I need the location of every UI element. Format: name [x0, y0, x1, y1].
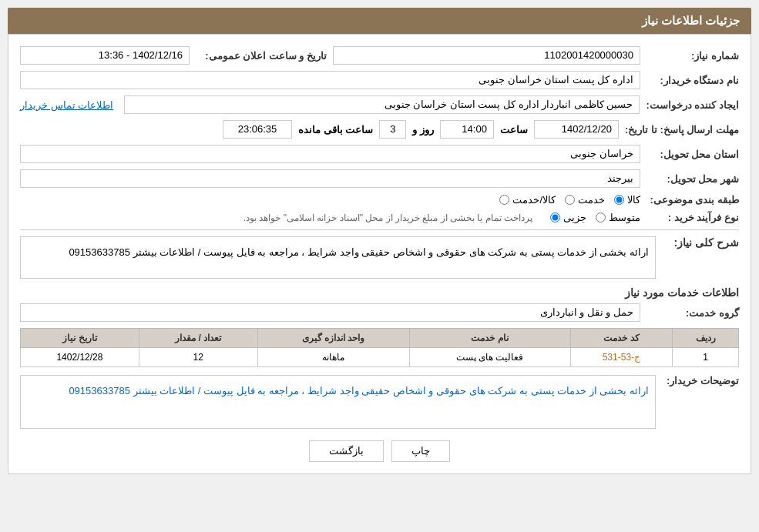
page-wrapper: جزئیات اطلاعات نیاز شماره نیاز: 11020014…: [0, 0, 759, 532]
divider-1: [20, 229, 739, 230]
mohlat-rooz-value: 3: [379, 120, 406, 139]
shomare-niaz-value: 1102001420000030: [333, 46, 640, 65]
shahr-value: بیرجند: [20, 169, 640, 188]
cell-vahed: ماهانه: [257, 348, 409, 367]
radio-kala-label: کالا: [627, 194, 640, 206]
col-nam-khedmat: نام خدمت: [409, 329, 570, 348]
radio-kala-khedmat-label: کالا/خدمت: [512, 194, 556, 206]
radio-kala-input[interactable]: [614, 195, 624, 205]
radio-motavasset-label: متوسط: [609, 212, 640, 223]
farayand-radio-group: جزیی متوسط: [550, 212, 640, 223]
khadamat-section-title: اطلاعات خدمات مورد نیاز: [20, 286, 739, 299]
col-tarikh-niaz: تاریخ نیاز: [21, 329, 139, 348]
row-tabaqe: طبقه بندی موضوعی: کالا/خدمت خدمت کالا: [20, 194, 739, 206]
radio-kala[interactable]: کالا: [614, 194, 640, 206]
row-ostan: استان محل تحویل: خراسان جنوبی: [20, 145, 739, 163]
tozihat-value: ارائه بخشی از خدمات پستی به شرکت های حقو…: [20, 375, 656, 429]
radio-jozii[interactable]: جزیی: [550, 212, 586, 223]
sharh-value: ارائه بخشی از خدمات پستی به شرکت های حقو…: [20, 236, 656, 279]
row-mohlat: مهلت ارسال پاسخ: تا تاریخ: 1402/12/20 سا…: [20, 120, 739, 139]
row-nam-dastgah: نام دستگاه خریدار: اداره کل پست استان خر…: [20, 71, 739, 89]
ettelaat-link[interactable]: اطلاعات تماس خریدار: [20, 99, 113, 111]
radio-kala-khedmat[interactable]: کالا/خدمت: [499, 194, 556, 206]
tarikh-alan-label: تاریخ و ساعت اعلان عمومی:: [196, 50, 327, 62]
print-button[interactable]: چاپ: [391, 440, 450, 462]
radio-motavasset-input[interactable]: [596, 212, 606, 223]
sharh-label: شرح کلی نیاز:: [662, 236, 739, 249]
radio-kala-khedmat-input[interactable]: [499, 195, 509, 205]
row-no-farayand: نوع فرآیند خرید : جزیی متوسط پرداخت تمام…: [20, 212, 739, 223]
radio-jozii-input[interactable]: [550, 212, 560, 223]
nam-dastgah-label: نام دستگاه خریدار:: [646, 75, 739, 86]
radio-motavasset[interactable]: متوسط: [596, 212, 640, 223]
row-shahr: شهر محل تحویل: بیرجند: [20, 169, 739, 188]
back-button[interactable]: بازگشت: [309, 440, 384, 462]
page-header: جزئیات اطلاعات نیاز: [8, 8, 751, 34]
mohlat-saat-label: ساعت: [500, 124, 528, 136]
page-title: جزئیات اطلاعات نیاز: [642, 14, 740, 27]
row-shomare-tarikh: شماره نیاز: 1102001420000030 تاریخ و ساع…: [20, 46, 739, 65]
no-farayand-label: نوع فرآیند خرید :: [646, 212, 739, 223]
mohlat-rooz-label: روز و: [412, 124, 434, 136]
ijad-konande-label: ایجاد کننده درخواست:: [646, 99, 739, 111]
row-ijad-konande: ایجاد کننده درخواست: حسین کاظمی انباردار…: [20, 95, 739, 114]
tarikh-alan-value: 1402/12/16 - 13:36: [20, 46, 190, 65]
grohe-value: حمل و نقل و انبارداری: [20, 303, 640, 322]
shomare-niaz-label: شماره نیاز:: [646, 50, 739, 62]
mohlat-saat-value: 14:00: [440, 120, 494, 139]
mohlat-date: 1402/12/20: [534, 120, 619, 139]
row-sharh: شرح کلی نیاز: ارائه بخشی از خدمات پستی ب…: [20, 236, 739, 279]
col-radif: ردیف: [673, 329, 739, 348]
cell-namKhedmat: فعالیت های پست: [409, 348, 570, 367]
cell-tarikhNiaz: 1402/12/28: [21, 348, 139, 367]
mohlat-baqi-value: 23:06:35: [223, 120, 292, 139]
radio-jozii-label: جزیی: [563, 212, 586, 223]
tozihat-label: توضیحات خریدار:: [662, 375, 739, 386]
farayand-note: پرداخت تمام یا بخشی از مبلغ خریدار از مح…: [20, 212, 532, 223]
row-tozihat: توضیحات خریدار: ارائه بخشی از خدمات پستی…: [20, 375, 739, 429]
radio-khedmat[interactable]: خدمت: [565, 194, 605, 206]
table-row: 1ج-53-531فعالیت های پستماهانه121402/12/2…: [21, 348, 739, 367]
cell-radif: 1: [673, 348, 739, 367]
cell-kodKhedmat: ج-53-531: [570, 348, 673, 367]
service-table: ردیف کد خدمت نام خدمت واحد اندازه گیری ت…: [20, 328, 739, 367]
cell-tedaad: 12: [139, 348, 257, 367]
col-vahed: واحد اندازه گیری: [257, 329, 409, 348]
radio-khedmat-input[interactable]: [565, 195, 575, 205]
shahr-label: شهر محل تحویل:: [646, 173, 739, 185]
mohlat-label: مهلت ارسال پاسخ: تا تاریخ:: [625, 124, 739, 136]
col-kod-khedmat: کد خدمت: [570, 329, 673, 348]
ostan-value: خراسان جنوبی: [20, 145, 640, 163]
grohe-label: گروه خدمت:: [646, 307, 739, 319]
tabaqe-radio-group: کالا/خدمت خدمت کالا: [499, 194, 640, 206]
ostan-label: استان محل تحویل:: [646, 149, 739, 160]
col-tedaad: تعداد / مقدار: [139, 329, 257, 348]
row-grohe: گروه خدمت: حمل و نقل و انبارداری: [20, 303, 739, 322]
main-card: شماره نیاز: 1102001420000030 تاریخ و ساع…: [8, 34, 751, 474]
tabaqe-label: طبقه بندی موضوعی:: [646, 194, 739, 206]
button-row: چاپ بازگشت: [20, 440, 739, 462]
radio-khedmat-label: خدمت: [578, 194, 605, 206]
mohlat-baqi-label: ساعت باقی مانده: [298, 124, 373, 136]
nam-dastgah-value: اداره کل پست استان خراسان جنوبی: [20, 71, 640, 89]
table-header-row: ردیف کد خدمت نام خدمت واحد اندازه گیری ت…: [21, 329, 739, 348]
ijad-konande-value: حسین کاظمی انباردار اداره کل پست استان خ…: [124, 95, 640, 114]
